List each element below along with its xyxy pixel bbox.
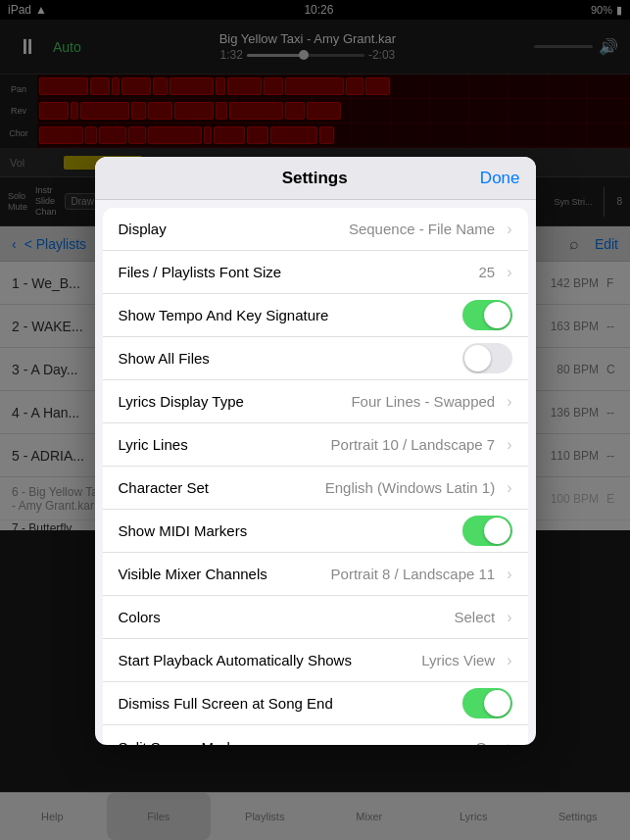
settings-row-dismiss[interactable]: Dismiss Full Screen at Song End: [103, 682, 528, 725]
settings-row-charset[interactable]: Character Set English (Windows Latin 1) …: [103, 467, 528, 510]
toggle-thumb: [484, 690, 510, 716]
settings-row-split[interactable]: Split Screen Mode On ›: [103, 725, 528, 745]
settings-label-mixer: Visible Mixer Channels: [119, 566, 323, 582]
settings-section: Display Sequence - File Name › Files / P…: [103, 208, 528, 745]
settings-label-charset: Character Set: [119, 479, 317, 496]
settings-label-dismiss: Dismiss Full Screen at Song End: [119, 695, 455, 712]
done-button[interactable]: Done: [480, 169, 520, 188]
settings-row-colors[interactable]: Colors Select ›: [103, 596, 528, 639]
settings-value-split: On: [475, 739, 495, 746]
modal-title: Settings: [150, 169, 480, 188]
settings-value-lyric-lines: Portrait 10 / Landscape 7: [331, 436, 496, 453]
settings-value-charset: English (Windows Latin 1): [325, 479, 495, 496]
settings-row-allfiles[interactable]: Show All Files: [103, 337, 528, 380]
settings-label-midi: Show MIDI Markers: [119, 522, 455, 539]
settings-label-allfiles: Show All Files: [119, 350, 455, 367]
settings-row-fontsize[interactable]: Files / Playlists Font Size 25 ›: [103, 251, 528, 294]
toggle-thumb: [464, 345, 491, 371]
settings-value-fontsize: 25: [478, 264, 495, 280]
settings-row-lyrics-type[interactable]: Lyrics Display Type Four Lines - Swapped…: [103, 380, 528, 423]
toggle-thumb: [484, 518, 510, 544]
chevron-icon: ›: [507, 566, 511, 583]
chevron-icon: ›: [507, 652, 511, 669]
chevron-icon: ›: [507, 264, 511, 281]
toggle-midi[interactable]: [462, 516, 512, 546]
toggle-thumb: [484, 302, 510, 328]
settings-value-display: Sequence - File Name: [349, 221, 495, 237]
settings-row-midi[interactable]: Show MIDI Markers: [103, 510, 528, 553]
settings-value-colors: Select: [454, 609, 495, 625]
chevron-icon: ›: [507, 221, 511, 238]
settings-label-split: Split Screen Mode: [119, 739, 468, 746]
toggle-dismiss[interactable]: [462, 688, 512, 718]
settings-row-display[interactable]: Display Sequence - File Name ›: [103, 208, 528, 251]
settings-label-display: Display: [119, 221, 341, 237]
modal-header: Settings Done: [95, 157, 536, 200]
settings-value-autoplay: Lyrics View: [421, 652, 495, 668]
chevron-icon: ›: [507, 479, 511, 497]
settings-label-autoplay: Start Playback Automatically Shows: [119, 652, 414, 668]
settings-label-tempo: Show Tempo And Key Signature: [119, 307, 455, 323]
toggle-tempo[interactable]: [462, 300, 512, 330]
settings-label-fontsize: Files / Playlists Font Size: [119, 264, 471, 280]
settings-label-lyrics-type: Lyrics Display Type: [119, 393, 344, 410]
settings-row-autoplay[interactable]: Start Playback Automatically Shows Lyric…: [103, 639, 528, 682]
settings-value-lyrics-type: Four Lines - Swapped: [351, 393, 495, 410]
chevron-icon: ›: [507, 609, 511, 626]
settings-label-lyric-lines: Lyric Lines: [119, 436, 323, 453]
modal-overlay: Settings Done Display Sequence - File Na…: [0, 0, 630, 840]
chevron-icon: ›: [507, 738, 511, 745]
settings-row-lyric-lines[interactable]: Lyric Lines Portrait 10 / Landscape 7 ›: [103, 423, 528, 467]
chevron-icon: ›: [507, 436, 511, 454]
settings-modal: Settings Done Display Sequence - File Na…: [95, 157, 536, 745]
settings-value-mixer: Portrait 8 / Landscape 11: [331, 566, 496, 582]
settings-label-colors: Colors: [119, 609, 447, 625]
settings-row-tempo[interactable]: Show Tempo And Key Signature: [103, 294, 528, 337]
toggle-allfiles[interactable]: [462, 343, 512, 373]
chevron-icon: ›: [507, 393, 511, 411]
settings-row-mixer[interactable]: Visible Mixer Channels Portrait 8 / Land…: [103, 553, 528, 596]
